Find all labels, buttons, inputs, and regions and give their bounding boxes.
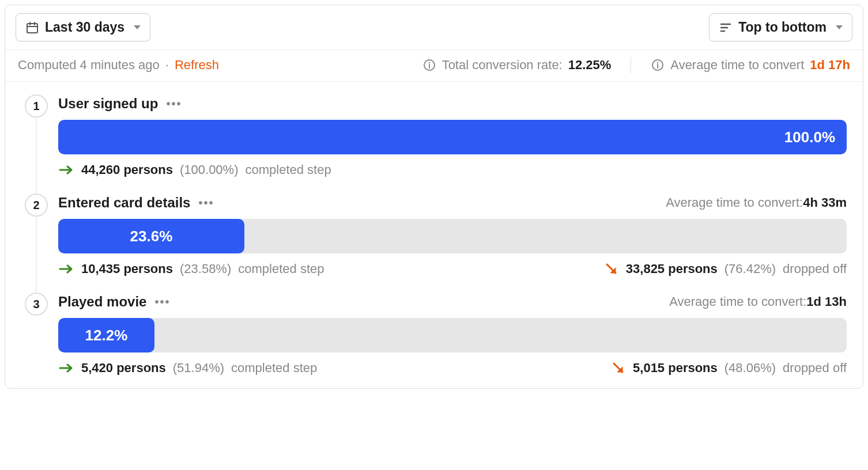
stats-row: 44,260 persons (100.00%) completed step [58, 162, 847, 177]
layout-label: Top to bottom [738, 20, 827, 35]
sort-icon [719, 21, 733, 35]
completed-suffix: completed step [231, 361, 317, 376]
bar-track[interactable]: 100.0% [58, 120, 847, 154]
more-icon[interactable]: ••• [154, 295, 170, 309]
bar-label: 12.2% [85, 327, 128, 344]
svg-point-4 [657, 62, 659, 64]
connector-line [36, 116, 37, 197]
step-title: Played movie [58, 294, 146, 310]
bar-track[interactable]: 12.2% [58, 318, 847, 352]
step-number: 3 [25, 293, 48, 316]
avg-time-label: Average time to convert [670, 58, 804, 73]
completed-stat[interactable]: 10,435 persons (23.58%) completed step [58, 261, 324, 276]
conversion-label: Total conversion rate: [442, 58, 563, 73]
chevron-down-icon [836, 25, 843, 29]
funnel-step: 3Played movie•••Average time to convert:… [21, 294, 847, 376]
stats-row: 10,435 persons (23.58%) completed step 3… [58, 261, 847, 276]
step-number: 2 [25, 194, 48, 217]
bar-label: 23.6% [130, 228, 173, 245]
arrow-down-right-icon [611, 361, 626, 376]
dropped-stat[interactable]: 33,825 persons (76.42%) dropped off [604, 261, 847, 276]
completed-persons: 44,260 persons [81, 162, 173, 177]
arrow-down-right-icon [604, 261, 619, 276]
funnel-step: 2Entered card details•••Average time to … [21, 195, 847, 276]
arrow-right-icon [58, 263, 74, 275]
bar-track[interactable]: 23.6% [58, 219, 847, 253]
completed-pct: (23.58%) [180, 261, 231, 276]
computed-time: Computed 4 minutes ago [18, 58, 160, 73]
step-title: Entered card details [58, 195, 190, 211]
stats-row: 5,420 persons (51.94%) completed step 5,… [58, 361, 847, 376]
dropped-persons: 5,015 persons [633, 361, 718, 376]
completed-stat[interactable]: 44,260 persons (100.00%) completed step [58, 162, 331, 177]
toolbar: Last 30 days Top to bottom [5, 5, 863, 50]
avg-time-value: 1d 13h [806, 294, 847, 309]
funnel-panel: Last 30 days Top to bottom Computed 4 mi… [5, 5, 863, 389]
completed-stat[interactable]: 5,420 persons (51.94%) completed step [58, 361, 317, 376]
svg-point-2 [428, 62, 430, 64]
avg-time-label: Average time to convert: [666, 195, 803, 210]
completed-pct: (100.00%) [180, 162, 239, 177]
step-avg-time: Average time to convert:1d 13h [669, 294, 847, 309]
funnel-step: 1User signed up•••100.0% 44,260 persons … [21, 96, 847, 177]
separator: · [165, 58, 169, 73]
completed-persons: 5,420 persons [81, 361, 166, 376]
svg-rect-0 [27, 24, 37, 33]
chevron-down-icon [134, 25, 141, 29]
funnel-area: 1User signed up•••100.0% 44,260 persons … [5, 82, 863, 388]
arrow-right-icon [58, 362, 74, 374]
dropped-stat[interactable]: 5,015 persons (48.06%) dropped off [611, 361, 847, 376]
step-header: User signed up••• [58, 96, 847, 112]
completed-persons: 10,435 persons [81, 261, 173, 276]
step-title: User signed up [58, 96, 158, 112]
step-number: 1 [25, 94, 48, 117]
dropped-pct: (48.06%) [724, 361, 776, 376]
conversion-value: 12.25% [568, 58, 612, 73]
avg-time-value: 4h 33m [803, 195, 847, 210]
refresh-link[interactable]: Refresh [175, 58, 219, 73]
meta-row: Computed 4 minutes ago · Refresh Total c… [5, 50, 863, 82]
more-icon[interactable]: ••• [166, 97, 182, 111]
step-header: Entered card details•••Average time to c… [58, 195, 847, 211]
dropped-persons: 33,825 persons [626, 261, 718, 276]
date-range-button[interactable]: Last 30 days [16, 13, 150, 41]
dropped-pct: (76.42%) [724, 261, 776, 276]
calendar-icon [25, 21, 39, 35]
more-icon[interactable]: ••• [198, 196, 214, 210]
avg-time: Average time to convert 1d 17h [651, 58, 850, 73]
info-icon [651, 58, 665, 72]
completed-pct: (51.94%) [173, 361, 224, 376]
bar-fill: 23.6% [58, 219, 244, 253]
avg-time-label: Average time to convert: [669, 294, 806, 309]
completed-suffix: completed step [246, 162, 331, 177]
connector-line [36, 215, 37, 296]
bar-label: 100.0% [784, 128, 835, 146]
arrow-right-icon [58, 164, 74, 176]
step-avg-time: Average time to convert:4h 33m [666, 195, 847, 210]
dropped-suffix: dropped off [783, 261, 847, 276]
step-header: Played movie•••Average time to convert:1… [58, 294, 847, 310]
info-icon [422, 58, 436, 72]
layout-button[interactable]: Top to bottom [709, 13, 852, 41]
date-range-label: Last 30 days [45, 20, 124, 35]
bar-fill: 12.2% [58, 318, 154, 352]
completed-suffix: completed step [238, 261, 324, 276]
bar-fill: 100.0% [58, 120, 847, 154]
total-conversion: Total conversion rate:12.25% [422, 58, 612, 73]
avg-time-value: 1d 17h [810, 58, 850, 73]
dropped-suffix: dropped off [783, 361, 847, 376]
divider [631, 57, 631, 73]
